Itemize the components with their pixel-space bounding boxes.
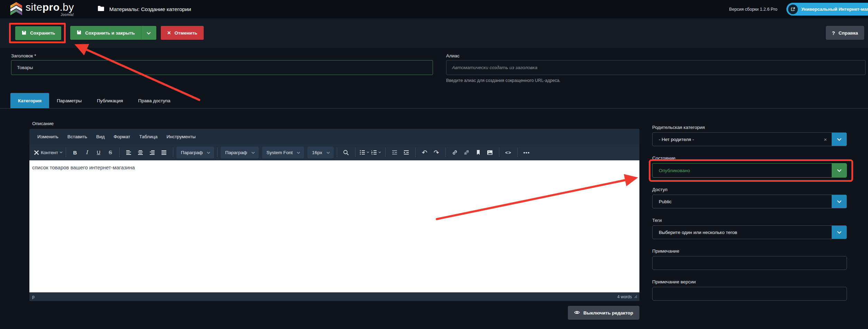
source-code-button[interactable]: <> xyxy=(502,147,514,158)
editor-paragraph: список товаров вашего интернет-магазина xyxy=(32,164,636,170)
more-tools-button[interactable]: ••• xyxy=(521,147,533,158)
undo-button[interactable]: ↶ xyxy=(419,147,431,158)
menu-format[interactable]: Формат xyxy=(109,132,135,142)
underline-button[interactable]: U xyxy=(93,147,104,158)
menu-view[interactable]: Вид xyxy=(92,132,109,142)
chevron-down-icon xyxy=(59,151,63,153)
logo-text: sitepro.by Joomla! xyxy=(26,2,74,17)
menu-insert[interactable]: Вставить xyxy=(63,132,92,142)
align-center-button[interactable] xyxy=(135,147,146,158)
toggle-editor-button[interactable]: Выключить редактор xyxy=(568,306,639,320)
cancel-button[interactable]: ✕ Отменить xyxy=(161,26,204,40)
tab-permissions[interactable]: Права доступа xyxy=(131,93,178,108)
toolbar-separator xyxy=(173,148,173,157)
version-note-input[interactable] xyxy=(652,287,847,301)
parent-category-value: - Нет родителя - xyxy=(653,133,819,146)
help-button-label: Справка xyxy=(839,30,858,36)
page-title: Материалы: Создание категории xyxy=(109,6,191,12)
chevron-down-icon xyxy=(378,151,381,153)
tab-publishing[interactable]: Публикация xyxy=(89,93,130,108)
access-group: Доступ Public xyxy=(652,187,847,208)
state-dropdown-button[interactable] xyxy=(832,163,847,177)
toggle-editor-label: Выключить редактор xyxy=(583,310,633,316)
chevron-down-icon xyxy=(837,200,842,203)
alias-input[interactable] xyxy=(446,60,866,75)
logo-pro: pro xyxy=(43,1,60,13)
tab-options[interactable]: Параметры xyxy=(49,93,89,108)
logo-joomla-label: Joomla! xyxy=(26,13,74,17)
search-replace-button[interactable] xyxy=(340,147,352,158)
chevron-down-icon xyxy=(837,138,842,141)
save-and-close-button[interactable]: Сохранить и закрыть xyxy=(70,26,141,40)
topbar-right: Версия сборки 1.2.6 Pro Универсальный Ин… xyxy=(729,3,868,16)
strikethrough-button[interactable]: S xyxy=(104,147,116,158)
eye-icon xyxy=(574,310,580,316)
italic-button[interactable]: I xyxy=(81,147,93,158)
state-select[interactable]: Опубликовано xyxy=(652,163,847,178)
insert-link-button[interactable] xyxy=(449,147,461,158)
numbered-list-icon xyxy=(371,150,377,155)
element-path-label[interactable]: p xyxy=(32,294,35,299)
save-button[interactable]: Сохранить xyxy=(15,26,61,40)
font-family-value: System Font xyxy=(267,150,293,155)
tags-dropdown-button[interactable] xyxy=(832,226,847,239)
parent-category-group: Родительская категория - Нет родителя - … xyxy=(652,125,847,146)
numbered-list-button[interactable] xyxy=(370,147,382,158)
menu-tools[interactable]: Инструменты xyxy=(162,132,200,142)
remove-link-button[interactable] xyxy=(461,147,472,158)
redo-button[interactable]: ↷ xyxy=(431,147,442,158)
menu-edit[interactable]: Изменить xyxy=(33,132,63,142)
font-size-select[interactable]: 16px xyxy=(307,147,333,158)
outdent-button[interactable] xyxy=(389,147,400,158)
outdent-icon xyxy=(392,150,397,155)
content-insert-button[interactable]: Контент xyxy=(34,147,63,158)
align-right-button[interactable] xyxy=(146,147,158,158)
save-options-dropdown-toggle[interactable] xyxy=(141,26,156,40)
note-input[interactable] xyxy=(652,256,847,270)
title-input[interactable] xyxy=(11,60,433,75)
joomla-icon xyxy=(34,150,39,156)
clear-selection-icon[interactable]: × xyxy=(819,133,832,146)
access-select[interactable]: Public xyxy=(652,195,847,208)
description-label: Описание xyxy=(32,121,639,126)
site-logo[interactable]: sitepro.by Joomla! xyxy=(10,2,74,17)
align-justify-button[interactable] xyxy=(158,147,170,158)
align-left-button[interactable] xyxy=(123,147,135,158)
help-button[interactable]: ? Справка xyxy=(826,26,864,40)
ellipsis-icon: ••• xyxy=(523,150,530,156)
tab-category[interactable]: Категория xyxy=(10,93,49,108)
access-dropdown-button[interactable] xyxy=(832,195,847,208)
editor-footer: Выключить редактор xyxy=(29,306,639,320)
template-link-label: Универсальный Интернет-магаз... xyxy=(801,7,868,12)
template-link-badge[interactable]: Универсальный Интернет-магаз... xyxy=(786,3,868,16)
paragraph-select[interactable]: Параграф xyxy=(221,147,258,158)
toolbar-separator xyxy=(66,148,66,157)
parent-category-dropdown-button[interactable] xyxy=(832,133,847,146)
indent-button[interactable] xyxy=(400,147,412,158)
editor-content-area[interactable]: список товаров вашего интернет-магазина xyxy=(29,160,639,292)
save-icon xyxy=(76,30,82,36)
page-heading: Материалы: Создание категории xyxy=(98,6,191,13)
toolbar-separator xyxy=(337,148,337,157)
tags-select[interactable]: Выберите один или несколько тегов xyxy=(652,225,847,239)
word-count-label[interactable]: 4 words xyxy=(617,294,632,299)
anchor-bookmark-button[interactable] xyxy=(472,147,484,158)
chevron-down-icon xyxy=(837,169,842,172)
insert-image-button[interactable] xyxy=(484,147,496,158)
font-family-select[interactable]: System Font xyxy=(262,147,304,158)
format-select[interactable]: Параграф xyxy=(176,147,214,158)
alias-label: Алиас xyxy=(446,53,866,58)
chevron-down-icon xyxy=(837,231,842,234)
state-group: Состояние Опубликовано xyxy=(652,156,847,178)
paragraph-select-value: Параграф xyxy=(225,150,247,155)
title-alias-row: Заголовок * Алиас Введите алиас для созд… xyxy=(0,48,868,83)
editor-menubar: Изменить Вставить Вид Формат Таблица Инс… xyxy=(29,129,639,144)
resize-grip-icon[interactable] xyxy=(634,294,637,299)
menu-table[interactable]: Таблица xyxy=(135,132,162,142)
bullet-list-button[interactable] xyxy=(359,147,370,158)
version-note-group: Примечание версии xyxy=(652,279,847,301)
content-button-label: Контент xyxy=(41,150,58,155)
redo-icon: ↷ xyxy=(434,149,439,156)
bold-button[interactable]: B xyxy=(69,147,81,158)
parent-category-select[interactable]: - Нет родителя - × xyxy=(652,132,847,146)
